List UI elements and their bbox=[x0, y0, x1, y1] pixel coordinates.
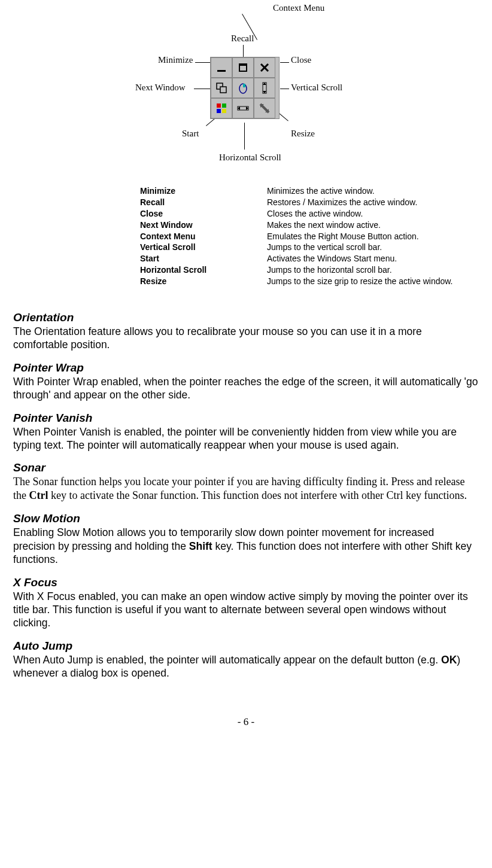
section-heading: Pointer Wrap bbox=[13, 361, 479, 374]
minimize-icon bbox=[211, 57, 232, 78]
definition-term: Vertical Scroll bbox=[140, 242, 267, 253]
section-body: When Pointer Vanish is enabled, the poin… bbox=[13, 425, 479, 452]
definition-desc: Jumps to the size grip to resize the act… bbox=[267, 276, 479, 287]
definition-term: Recall bbox=[140, 197, 267, 208]
section-body: With X Focus enabled, you can make an op… bbox=[13, 590, 479, 630]
definition-row: RecallRestores / Maximizes the active wi… bbox=[140, 197, 479, 208]
toolbar-diagram: Context Menu Recall Minimize Close Next … bbox=[117, 12, 375, 173]
section-heading: Slow Motion bbox=[13, 512, 479, 525]
definition-desc: Closes the active window. bbox=[267, 208, 479, 220]
definition-term: Next Window bbox=[140, 220, 267, 231]
label-recall: Recall bbox=[231, 33, 254, 44]
svg-rect-0 bbox=[217, 70, 226, 72]
definition-row: CloseCloses the active window. bbox=[140, 208, 479, 220]
section-heading: Orientation bbox=[13, 311, 479, 324]
label-close: Close bbox=[291, 55, 311, 65]
section-body: The Sonar function helps you locate your… bbox=[13, 475, 479, 502]
label-vertical-scroll: Vertical Scroll bbox=[291, 83, 342, 93]
definition-term: Minimize bbox=[140, 185, 267, 197]
definition-row: StartActivates the Windows Start menu. bbox=[140, 253, 479, 264]
section-heading: Sonar bbox=[13, 461, 479, 474]
definition-desc: Jumps to the vertical scroll bar. bbox=[267, 242, 479, 253]
next-window-icon bbox=[211, 78, 232, 98]
vertical-scroll-icon bbox=[254, 78, 275, 98]
definition-desc: Restores / Maximizes the active window. bbox=[267, 197, 479, 208]
definitions-table: MinimizeMinimizes the active window.Reca… bbox=[140, 185, 479, 287]
definition-term: Close bbox=[140, 208, 267, 220]
definition-row: Next WindowMakes the next window active. bbox=[140, 220, 479, 231]
label-context-menu: Context Menu bbox=[273, 3, 324, 13]
definition-term: Start bbox=[140, 253, 267, 264]
section-body: With Pointer Wrap enabled, when the poin… bbox=[13, 375, 479, 402]
resize-icon bbox=[254, 98, 275, 118]
definition-row: MinimizeMinimizes the active window. bbox=[140, 185, 479, 197]
definition-term: Resize bbox=[140, 276, 267, 287]
close-icon bbox=[254, 57, 275, 78]
label-start: Start bbox=[182, 129, 199, 139]
svg-rect-8 bbox=[243, 84, 245, 87]
section-body: When Auto Jump is enabled, the pointer w… bbox=[13, 653, 479, 680]
definition-desc: Emulates the Right Mouse Button action. bbox=[267, 231, 479, 242]
definition-row: Horizontal ScrollJumps to the horizontal… bbox=[140, 264, 479, 276]
section-body: The Orientation feature allows you to re… bbox=[13, 325, 479, 352]
section-heading: Auto Jump bbox=[13, 639, 479, 653]
definition-desc: Minimizes the active window. bbox=[267, 185, 479, 197]
definition-row: ResizeJumps to the size grip to resize t… bbox=[140, 276, 479, 287]
definition-row: Vertical ScrollJumps to the vertical scr… bbox=[140, 242, 479, 253]
start-icon bbox=[211, 98, 232, 118]
section-body: Enabling Slow Motion allows you to tempo… bbox=[13, 526, 479, 566]
toolbar-grid bbox=[210, 57, 280, 119]
svg-rect-14 bbox=[217, 109, 221, 113]
definition-row: Context MenuEmulates the Right Mouse But… bbox=[140, 231, 479, 242]
label-resize: Resize bbox=[291, 129, 315, 139]
label-next-window: Next Window bbox=[135, 83, 186, 93]
definition-desc: Makes the next window active. bbox=[267, 220, 479, 231]
page-number: - 6 - bbox=[13, 716, 479, 728]
definition-desc: Jumps to the horizontal scroll bar. bbox=[267, 264, 479, 276]
label-minimize: Minimize bbox=[158, 55, 193, 65]
section-heading: X Focus bbox=[13, 576, 479, 589]
definition-term: Horizontal Scroll bbox=[140, 264, 267, 276]
context-menu-icon bbox=[232, 78, 254, 98]
label-horizontal-scroll: Horizontal Scroll bbox=[219, 153, 281, 163]
recall-icon bbox=[232, 57, 254, 78]
horizontal-scroll-icon bbox=[232, 98, 254, 118]
svg-rect-6 bbox=[220, 87, 226, 93]
definition-desc: Activates the Windows Start menu. bbox=[267, 253, 479, 264]
svg-rect-15 bbox=[222, 109, 226, 113]
definition-term: Context Menu bbox=[140, 231, 267, 242]
svg-rect-2 bbox=[239, 64, 247, 66]
section-heading: Pointer Vanish bbox=[13, 412, 479, 425]
svg-rect-13 bbox=[222, 103, 226, 108]
svg-rect-12 bbox=[217, 103, 221, 108]
